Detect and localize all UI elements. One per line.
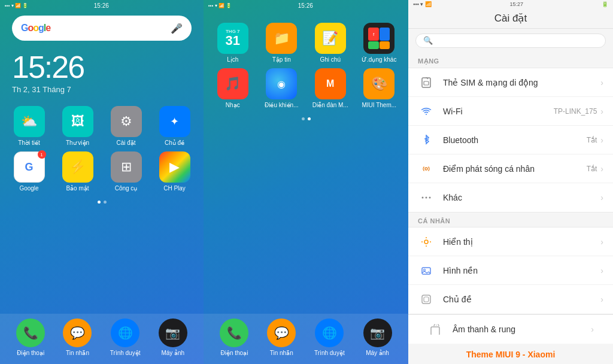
settings-header: Cài đặt xyxy=(408,8,613,29)
signal-icons: ▪▪▪ ▾ 📶 🔋 xyxy=(5,3,28,8)
svg-rect-1 xyxy=(424,81,429,85)
settings-bluetooth[interactable]: Bluetooth Tắt › xyxy=(408,126,613,154)
dock-browser[interactable]: 🌐 Trình duyệt xyxy=(110,318,141,357)
security-icon: ⚡ xyxy=(62,151,93,183)
dock-camera[interactable]: 📷 Máy ảnh xyxy=(159,318,187,357)
dock-label-phone: Điện thoại xyxy=(17,350,44,357)
app-security[interactable]: ⚡ Bảo mật xyxy=(56,151,99,192)
dock2-phone[interactable]: 📞 Điện thoại xyxy=(220,318,248,357)
settings-sim[interactable]: Thẻ SIM & mạng di động › xyxy=(408,68,613,97)
theme-settings-text: Chủ đề xyxy=(443,295,600,304)
remote-icon: ◉ xyxy=(266,68,297,99)
wifi-value: TP-LINK_175 xyxy=(554,107,597,116)
settings-time: 15:27 xyxy=(510,1,524,7)
sound-icon xyxy=(427,321,444,338)
app-label-chplay: CH Play xyxy=(163,185,186,192)
app-label-tools: Công cụ xyxy=(115,185,138,192)
app-label-calendar: Lịch xyxy=(227,56,238,63)
dock2-label-sms: Tin nhắn xyxy=(270,350,293,357)
settings-wallpaper[interactable]: Hình nền › xyxy=(408,256,613,285)
status-bar-panel1: ▪▪▪ ▾ 📶 🔋 15:26 xyxy=(0,0,204,11)
app-chplay[interactable]: ▶ CH Play xyxy=(153,151,196,192)
dock2-browser[interactable]: 🌐 Trình duyệt xyxy=(314,318,345,357)
hotspot-chevron: › xyxy=(600,164,603,174)
settings-sound[interactable]: Âm thanh & rung › xyxy=(418,315,603,344)
app-forum[interactable]: M Diễn đàn M... xyxy=(308,68,353,109)
calendar-icon: THG 7 31 xyxy=(217,23,248,54)
app-label-miui-themes: MIUI Them... xyxy=(362,102,396,109)
app-gallery[interactable]: 🖼 Thư viện xyxy=(56,106,99,147)
miui-themes-icon: 🎨 xyxy=(363,68,394,99)
settings-footer: Theme MIUI 9 - Xiaomi xyxy=(408,344,613,364)
search-icon: 🔍 xyxy=(423,36,433,45)
theme-settings-icon xyxy=(418,291,435,308)
mic-icon[interactable]: 🎤 xyxy=(171,23,183,34)
bluetooth-text: Bluetooth xyxy=(443,135,587,145)
app-music[interactable]: 🎵 Nhạc xyxy=(211,68,255,109)
phone-icon: 📞 xyxy=(16,318,45,347)
dock-label-camera: Máy ảnh xyxy=(161,350,184,357)
dock-phone[interactable]: 📞 Điện thoại xyxy=(16,318,45,357)
app-settings[interactable]: ⚙ Cài đặt xyxy=(104,106,148,147)
svg-point-4 xyxy=(426,197,427,199)
svg-point-6 xyxy=(424,240,428,244)
app-calendar[interactable]: THG 7 31 Lịch xyxy=(211,23,255,63)
app-notes[interactable]: 📝 Ghi chú xyxy=(308,23,353,63)
svg-rect-14 xyxy=(424,297,429,302)
app-label-security: Bảo mật xyxy=(66,185,89,192)
dock2-camera[interactable]: 📷 Máy ảnh xyxy=(363,318,392,357)
wallpaper-icon xyxy=(418,262,435,279)
more-network-chevron: › xyxy=(600,193,603,202)
svg-rect-11 xyxy=(422,268,430,274)
sim-chevron: › xyxy=(600,78,603,87)
dot-p2-1 xyxy=(302,117,305,120)
chplay-icon: ▶ xyxy=(159,151,190,183)
app-remote[interactable]: ◉ Điều khiến... xyxy=(260,68,304,109)
forum-icon: M xyxy=(315,68,346,99)
app-label-remote: Điều khiến... xyxy=(265,102,298,109)
sim-text: Thẻ SIM & mạng di động xyxy=(443,78,600,87)
app-label-music: Nhạc xyxy=(226,102,240,109)
app-files[interactable]: 📁 Tập tin xyxy=(260,23,304,63)
camera2-icon: 📷 xyxy=(363,318,392,347)
weather-icon: ⛅ xyxy=(14,106,45,137)
more-network-icon xyxy=(418,189,435,206)
section-personal: CÁ NHÂN Hiển thị › xyxy=(408,213,613,314)
time-panel2: 15:26 xyxy=(298,2,313,9)
app-label-files: Tập tin xyxy=(272,56,291,63)
app-miui-themes[interactable]: 🎨 MIUI Them... xyxy=(357,68,402,109)
app-google[interactable]: G 1 Google xyxy=(7,151,51,192)
sms-icon: 💬 xyxy=(63,318,92,347)
theme-footer-text: Theme MIUI 9 - Xiaomi xyxy=(418,350,603,359)
app-grid-panel1: ⛅ Thời tiết 🖼 Thư viện ⚙ Cài đặt ✦ Chủ đ… xyxy=(0,97,204,197)
display-icon xyxy=(418,233,435,250)
bluetooth-chevron: › xyxy=(600,135,603,145)
settings-search-bar[interactable]: 🔍 xyxy=(415,34,606,48)
theme-icon: ✦ xyxy=(159,106,190,137)
dock2-label-phone: Điện thoại xyxy=(220,350,248,357)
settings-theme[interactable]: Chủ đề › xyxy=(408,285,613,314)
dock2-sms[interactable]: 💬 Tin nhắn xyxy=(267,318,296,357)
sim-icon xyxy=(418,74,435,91)
settings-wifi[interactable]: Wi-Fi TP-LINK_175 › xyxy=(408,97,613,126)
dock-panel1: 📞 Điện thoại 💬 Tin nhắn 🌐 Trình duyệt 📷 … xyxy=(0,314,204,364)
app-grid-panel2: THG 7 31 Lịch 📁 Tập tin 📝 Ghi chú f Ứ.dụ… xyxy=(204,11,408,114)
more-apps-icon: f xyxy=(363,23,394,54)
google-search-bar[interactable]: Google 🎤 xyxy=(12,16,192,41)
clock-area: 15:26 Th 2, 31 Tháng 7 xyxy=(0,46,204,97)
dock-label-browser: Trình duyệt xyxy=(110,350,141,357)
settings-hotspot[interactable]: Điểm phát sóng cá nhân Tắt › xyxy=(408,154,613,183)
app-more[interactable]: f Ứ.dụng khác xyxy=(357,23,402,63)
settings-display[interactable]: Hiển thị › xyxy=(408,228,613,256)
google-app-icon: G 1 xyxy=(14,151,45,183)
settings-more-network[interactable]: Khác › xyxy=(408,183,613,212)
app-tools[interactable]: ⊞ Công cụ xyxy=(104,151,148,192)
app-label-gallery: Thư viện xyxy=(66,139,89,147)
dock-sms[interactable]: 💬 Tin nhắn xyxy=(63,318,92,357)
app-label-weather: Thời tiết xyxy=(18,139,40,147)
app-theme[interactable]: ✦ Chủ đề xyxy=(153,106,196,147)
app-weather[interactable]: ⛅ Thời tiết xyxy=(7,106,51,147)
dot-2 xyxy=(104,201,107,204)
time-panel1: 15:26 xyxy=(94,2,109,9)
tools-icon: ⊞ xyxy=(111,151,142,183)
